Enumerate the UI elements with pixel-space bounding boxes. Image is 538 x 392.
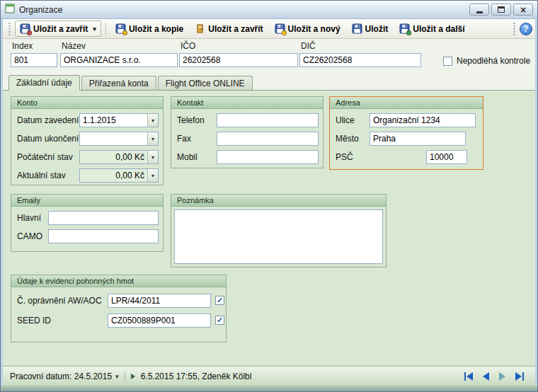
datum-zavedeni-combo: ▾: [79, 113, 159, 127]
tab-zakladni-udaje[interactable]: Základní údaje: [8, 75, 80, 91]
maximize-button[interactable]: [491, 4, 511, 16]
datum-zavedeni-label: Datum zavedení: [17, 115, 79, 125]
nazev-field: Název: [60, 41, 178, 67]
mobil-input[interactable]: [217, 150, 319, 164]
first-record-icon: [464, 372, 466, 381]
group-konto-title: Konto: [11, 97, 163, 109]
index-field: Index: [11, 41, 57, 67]
help-button[interactable]: ?: [520, 23, 532, 35]
nav-next-button[interactable]: [499, 372, 505, 381]
group-poznamka-title: Poznámka: [171, 195, 386, 207]
group-emaily: Emaily Hlavní CAMO: [11, 194, 164, 252]
mobil-label: Mobil: [177, 152, 198, 162]
fax-label: Fax: [177, 134, 191, 144]
mesto-input[interactable]: [370, 132, 466, 146]
datum-zavedeni-input[interactable]: [80, 114, 147, 127]
nav-previous-button[interactable]: [483, 372, 489, 381]
nav-last-button[interactable]: [515, 372, 524, 381]
minimize-icon: [476, 11, 483, 13]
psc-label: PSČ: [336, 152, 353, 162]
pocatecni-stav-input[interactable]: [80, 151, 147, 163]
aktualni-stav-dropdown-button[interactable]: ▾: [147, 169, 158, 182]
poznamka-textarea[interactable]: [174, 209, 383, 264]
group-kontakt-title: Kontakt: [171, 97, 323, 109]
close-button[interactable]: ×: [513, 4, 533, 16]
toolbar-grip-right[interactable]: [513, 23, 516, 35]
ulice-label: Ulice: [336, 115, 355, 125]
group-adresa: Adresa Ulice Město PSČ: [329, 96, 483, 170]
close-badge-icon: [27, 30, 32, 35]
save-and-close-button[interactable]: Uložit a zavřít: [190, 21, 268, 37]
save-close2-label: Uložit a zavřít: [208, 24, 263, 34]
main-panel: Konto Datum zavedení ▾ Datum ukončení ▾ …: [3, 90, 535, 366]
copy-badge-icon: [122, 30, 127, 35]
camo-email-input[interactable]: [48, 229, 159, 243]
window-controls: ×: [469, 4, 533, 16]
aw-aoc-checkbox[interactable]: ✓: [215, 296, 224, 305]
dic-input[interactable]: [299, 53, 421, 67]
hlavni-email-input[interactable]: [48, 211, 159, 225]
save-and-close-split-button[interactable]: Uložit a zavřít ▾: [15, 21, 101, 37]
index-label: Index: [12, 41, 57, 51]
fax-input[interactable]: [217, 132, 319, 146]
ico-field: IČO: [179, 41, 298, 67]
mesto-label: Město: [336, 134, 359, 144]
tab-prirazena-konta[interactable]: Přiřazená konta: [81, 76, 156, 90]
nepodleha-kontrole-box[interactable]: [443, 57, 452, 66]
record-info: 6.5.2015 17:55, Zdeněk Kölbl: [141, 371, 252, 381]
chevron-down-icon: ▾: [151, 136, 154, 142]
titlebar[interactable]: Organizace ×: [1, 1, 537, 19]
seed-id-checkbox[interactable]: ✓: [215, 316, 224, 325]
save-close-icon: [20, 23, 30, 34]
next-badge-icon: [406, 30, 411, 35]
nepodleha-kontrole-label: Nepodléhá kontrole: [457, 56, 530, 66]
group-konto: Konto Datum zavedení ▾ Datum ukončení ▾ …: [11, 96, 164, 185]
seed-id-label: SEED ID: [17, 316, 51, 325]
datum-ukonceni-dropdown-button[interactable]: ▾: [147, 132, 158, 145]
help-icon: ?: [523, 24, 528, 34]
datum-ukonceni-label: Datum ukončení: [17, 134, 79, 144]
pocatecni-stav-combo: ▾: [79, 150, 159, 164]
record-info-icon: [131, 374, 135, 379]
nazev-input[interactable]: [60, 53, 178, 67]
next-record-icon: [499, 372, 505, 381]
pocatecni-stav-dropdown-button[interactable]: ▾: [147, 151, 158, 163]
telefon-label: Telefon: [177, 115, 205, 125]
save-button[interactable]: Uložit: [347, 21, 394, 37]
save-new-label: Uložit a nový: [288, 24, 340, 34]
seed-id-input[interactable]: [108, 313, 211, 328]
chevron-down-icon: ▾: [151, 117, 154, 124]
telefon-input[interactable]: [217, 113, 319, 127]
aktualni-stav-input[interactable]: [80, 169, 147, 182]
group-emaily-title: Emaily: [11, 195, 163, 207]
index-input[interactable]: [11, 53, 57, 67]
aw-aoc-input[interactable]: [108, 294, 211, 308]
datum-zavedeni-dropdown-button[interactable]: ▾: [147, 114, 158, 127]
working-date-dropdown-icon: ▾: [115, 373, 119, 380]
minimize-button[interactable]: [469, 4, 489, 16]
tab-flight-office-online[interactable]: Flight Office ONLINE: [158, 76, 253, 90]
nav-first-button[interactable]: [464, 372, 473, 381]
working-date-label: Pracovní datum: 24.5.2015: [10, 371, 112, 381]
save-and-next-button[interactable]: Uložit a další: [394, 21, 469, 37]
psc-input[interactable]: [426, 150, 467, 164]
nepodleha-kontrole-checkbox[interactable]: Nepodléhá kontrole: [443, 56, 530, 66]
organizace-window: Organizace × Uložit a zavřít ▾ Uložit a …: [0, 0, 538, 392]
toolbar-grip[interactable]: [8, 23, 11, 35]
datum-ukonceni-combo: ▾: [79, 132, 159, 146]
aw-aoc-label: Č. oprávnění AW/AOC: [17, 296, 102, 306]
chevron-down-icon: ▾: [151, 173, 154, 179]
ico-input[interactable]: [179, 53, 298, 67]
working-date-selector[interactable]: Pracovní datum: 24.5.2015 ▾: [10, 371, 119, 381]
aktualni-stav-label: Aktuální stav: [17, 171, 66, 180]
door-icon: [195, 23, 205, 34]
ulice-input[interactable]: [370, 113, 476, 127]
camo-email-label: CAMO: [17, 231, 42, 241]
save-copy-icon: [115, 23, 126, 34]
window-bottom-frame: [1, 386, 537, 391]
save-and-copy-button[interactable]: Uložit a kopie: [110, 21, 188, 37]
tabstrip: Základní údaje Přiřazená konta Flight Of…: [3, 74, 535, 90]
aw-aoc-check-icon: ✓: [217, 296, 223, 304]
save-and-new-button[interactable]: Uložit a nový: [270, 21, 345, 37]
datum-ukonceni-input[interactable]: [80, 132, 147, 145]
